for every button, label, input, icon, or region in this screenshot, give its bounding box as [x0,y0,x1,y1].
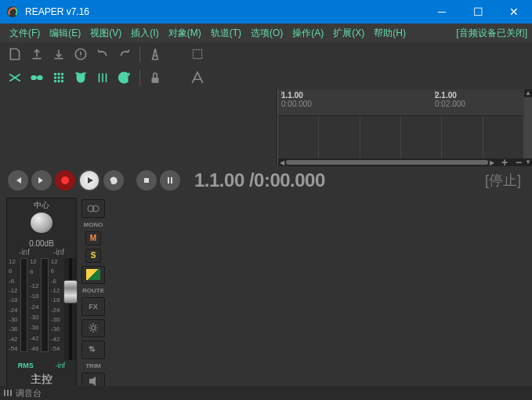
menu-options[interactable]: 选项(O) [246,25,288,42]
svg-point-13 [61,80,63,82]
stop-button[interactable] [136,170,157,191]
crossfade-icon[interactable] [6,69,24,86]
meter-scale-right: 126-6-12-18-24-30-36-42-54 [49,258,62,352]
route-label: ROUTE [81,287,105,294]
snap-icon[interactable] [72,69,89,86]
svg-point-8 [54,77,56,78]
go-to-end-button[interactable] [31,170,52,191]
menu-file[interactable]: 文件(F) [5,25,45,42]
svg-point-6 [58,73,60,75]
menu-edit[interactable]: 编辑(E) [45,25,85,42]
timeline-ruler[interactable]: 1.1.00 0:00.000 2.1.00 0:02.000 [278,89,524,116]
redo-icon[interactable] [116,45,133,63]
trim-label: TRIM [81,362,105,369]
ruler-time-2: 0:02.000 [435,100,465,108]
volume-fader[interactable] [64,258,76,360]
open-project-icon[interactable] [28,45,45,63]
envelope-icon[interactable] [189,69,206,86]
vertical-scrollbar[interactable]: ▲ ▼ [524,89,532,166]
transport-state: [停止] [485,171,521,190]
project-settings-icon[interactable] [72,45,89,63]
menu-actions[interactable]: 操作(A) [288,25,328,42]
save-project-icon[interactable] [50,45,67,63]
meter-right [41,258,48,352]
grid-icon[interactable] [50,69,67,86]
menu-view[interactable]: 视图(V) [85,25,126,42]
mono-label: MONO [81,221,105,228]
svg-rect-21 [89,379,92,384]
ruler-bar-1: 1.1.00 [281,91,312,100]
stereo-width-button[interactable] [81,199,105,218]
svg-rect-24 [10,390,12,396]
zoom-out-h-button[interactable]: − [513,156,524,169]
mute-button[interactable]: M [85,231,101,245]
ripple-icon[interactable] [116,69,133,86]
audio-device-status[interactable]: [音频设备已关闭] [456,27,527,40]
svg-point-9 [58,77,60,78]
transport-timecode[interactable]: 1.1.00 /0:00.000 [194,169,325,191]
peak-left: -inf [19,248,30,256]
scroll-left-icon[interactable]: ◀ [278,159,286,166]
rms-value: -inf [56,362,66,369]
mixer-tab[interactable]: 调音台 [3,387,42,399]
peak-right: -inf [53,248,64,256]
menu-insert[interactable]: 插入(I) [126,25,163,42]
maximize-button[interactable]: ☐ [460,0,496,24]
fader-handle[interactable] [63,280,78,304]
menu-extensions[interactable]: 扩展(X) [328,25,369,42]
svg-point-11 [54,80,56,82]
rms-label: RMS [18,362,34,369]
solo-button[interactable]: S [85,249,101,263]
undo-icon[interactable] [94,45,111,63]
toolbar-row-2 [0,66,532,89]
svg-rect-16 [168,177,169,184]
scroll-right-icon[interactable]: ▶ [488,159,496,166]
scroll-down-icon[interactable]: ▼ [524,158,532,166]
window-title: REAPER v7.16 [25,6,424,17]
pan-knob[interactable] [31,213,52,233]
menu-item[interactable]: 对象(M) [164,25,206,42]
timeline[interactable]: 1.1.00 0:00.000 2.1.00 0:02.000 ◀ ▶ + − [277,89,524,166]
mixer-icon [3,388,13,398]
ruler-time-1: 0:00.000 [281,100,312,108]
meter-scale-left: 126-6-12-18-24-30-36-42-54 [7,258,20,352]
minimize-button[interactable]: ─ [424,0,460,24]
svg-point-20 [92,326,96,330]
go-to-start-button[interactable] [8,170,28,191]
gridlines-icon[interactable] [94,69,111,86]
metronome-icon[interactable] [147,45,164,63]
play-button[interactable] [78,169,100,191]
ruler-bar-2: 2.1.00 [435,91,465,100]
menu-help[interactable]: 帮助(H) [369,25,411,42]
marquee-icon[interactable] [189,45,206,63]
menu-track[interactable]: 轨道(T) [206,25,246,42]
horizontal-scrollbar[interactable]: ◀ ▶ + − [278,158,524,166]
statusbar: 调音台 [0,386,532,400]
master-track-strip: 中心 0.00dB -inf -inf 126-6-12-18-24-30-36… [6,198,77,391]
titlebar: REAPER v7.16 ─ ☐ ✕ [0,0,532,24]
svg-point-7 [61,73,63,75]
svg-rect-2 [193,49,201,58]
pause-button[interactable] [160,170,180,191]
close-button[interactable]: ✕ [496,0,532,24]
meter-left [20,258,27,352]
arrange-grid[interactable] [278,116,524,158]
fx-param-button[interactable] [81,319,105,338]
route-button[interactable] [81,266,105,285]
svg-rect-15 [144,178,149,183]
repeat-button[interactable] [103,170,124,191]
svg-point-5 [54,73,56,75]
record-button[interactable] [55,170,75,191]
fx-button[interactable]: FX [81,297,105,316]
zoom-in-h-button[interactable]: + [499,156,510,169]
scroll-up-icon[interactable]: ▲ [524,89,532,97]
volume-db-label[interactable]: 0.00dB [29,239,54,248]
svg-point-10 [61,77,63,78]
env-button[interactable] [81,340,105,359]
link-icon[interactable] [28,69,45,86]
mixer-tab-label: 调音台 [16,387,42,399]
lock-icon[interactable] [147,69,164,86]
new-project-icon[interactable] [6,45,24,63]
svg-point-19 [92,205,99,212]
transport-bar: 1.1.00 /0:00.000 [停止] [0,166,532,195]
